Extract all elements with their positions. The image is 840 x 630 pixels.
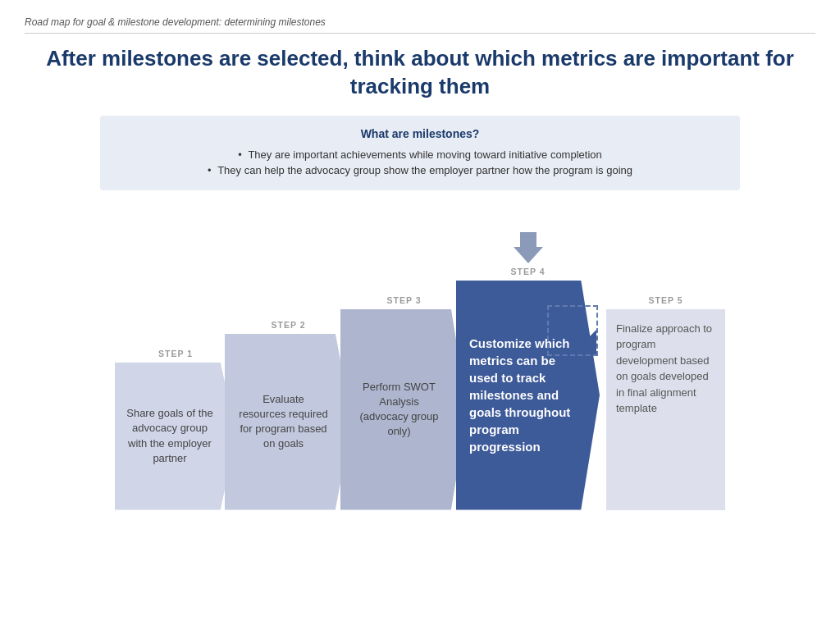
steps-area: STEP 1 Share goals of the advocacy group… (25, 215, 815, 510)
info-box-title: What are milestones? (125, 127, 715, 140)
arrow-down-icon (514, 232, 543, 263)
info-bullet-2: They can help the advocacy group show th… (125, 162, 715, 179)
breadcrumb: Road map for goal & milestone developmen… (25, 16, 815, 34)
step-3-label: STEP 3 (387, 295, 422, 305)
step-3-box: Perform SWOT Analysis (advocacy group on… (340, 309, 468, 510)
step-2-label: STEP 2 (272, 320, 306, 330)
step-4-down-arrow (514, 232, 543, 263)
step-5-unit: STEP 5 Finalize approach to program deve… (606, 295, 725, 510)
step-4-label: STEP 4 (511, 267, 546, 276)
step-2-unit: STEP 2 Evaluate resources required for p… (225, 320, 352, 510)
step-4-unit: STEP 4 Customize which metrics can be us… (456, 232, 600, 510)
page-container: Road map for goal & milestone developmen… (0, 0, 840, 630)
step-3-text: Perform SWOT Analysis (advocacy group on… (354, 380, 445, 440)
step-3-unit: STEP 3 Perform SWOT Analysis (advocacy g… (340, 295, 468, 510)
step-4-dashed-indicator (547, 305, 598, 356)
step-5-box: Finalize approach to program development… (606, 309, 725, 510)
step-5-text: Finalize approach to program development… (616, 322, 712, 415)
step-1-box: Share goals of the advocacy group with t… (115, 363, 236, 510)
page-title: After milestones are selected, think abo… (25, 45, 815, 101)
step-4-tri-fill (572, 330, 596, 354)
step-2-text: Evaluate resources required for program … (238, 392, 329, 452)
step-1-unit: STEP 1 Share goals of the advocacy group… (115, 349, 236, 510)
step-1-text: Share goals of the advocacy group with t… (126, 406, 213, 466)
step-2-box: Evaluate resources required for program … (225, 334, 352, 510)
info-box-list: They are important achievements while mo… (125, 147, 715, 179)
step-5-label: STEP 5 (649, 295, 683, 305)
info-box: What are milestones? They are important … (100, 116, 740, 190)
info-bullet-1: They are important achievements while mo… (125, 147, 715, 163)
step-1-label: STEP 1 (158, 349, 193, 358)
